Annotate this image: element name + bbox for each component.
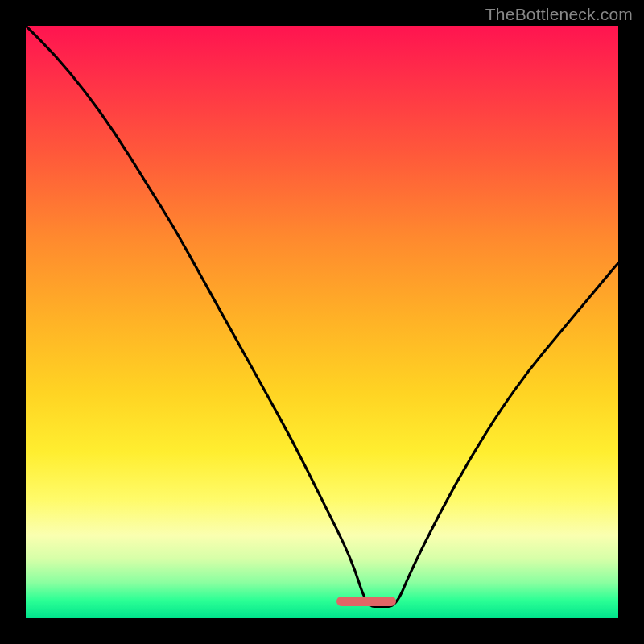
bottleneck-curve <box>26 26 618 618</box>
watermark-text: TheBottleneck.com <box>485 5 633 24</box>
plot-area <box>26 26 618 618</box>
minimum-marker <box>336 597 396 606</box>
chart-frame: TheBottleneck.com <box>0 0 644 644</box>
